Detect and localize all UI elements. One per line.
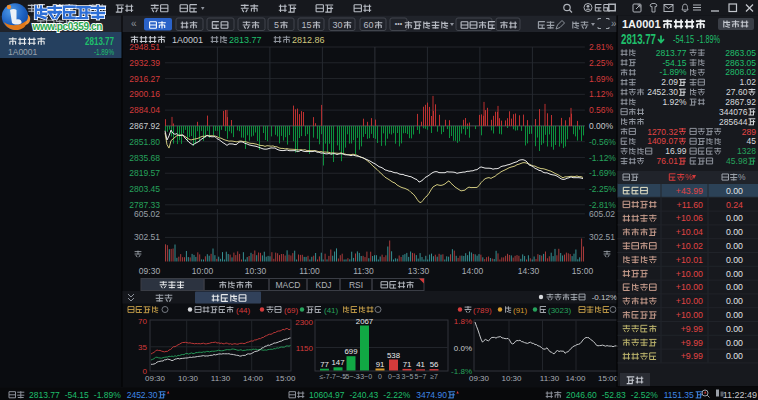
svg-text:+9.99: +9.99 — [681, 351, 703, 361]
svg-text:0.24: 0.24 — [726, 200, 743, 210]
svg-text:60: 60 — [364, 20, 374, 30]
svg-text:2803.45: 2803.45 — [129, 184, 160, 194]
svg-text:2948.51: 2948.51 — [129, 42, 160, 52]
svg-text:14:00: 14:00 — [565, 374, 586, 383]
svg-text:91: 91 — [376, 360, 385, 369]
svg-text:+10.02: +10.02 — [676, 241, 703, 251]
svg-text:RSI: RSI — [349, 280, 363, 290]
svg-text:KDJ: KDJ — [315, 280, 331, 290]
svg-text:09:30: 09:30 — [145, 374, 166, 383]
svg-text:+10.00: +10.00 — [676, 282, 703, 292]
svg-text:0.56%: 0.56% — [589, 105, 614, 115]
svg-text:11:30: 11:30 — [540, 374, 560, 383]
svg-text:77: 77 — [320, 360, 329, 369]
svg-text:2835.68: 2835.68 — [129, 153, 160, 163]
svg-text:2851.80: 2851.80 — [129, 137, 160, 147]
svg-text:-52.83: -52.83 — [602, 390, 626, 400]
svg-text:2812.86: 2812.86 — [292, 35, 325, 45]
svg-text:≥7: ≥7 — [430, 373, 438, 380]
svg-text:(91): (91) — [513, 306, 528, 315]
svg-text:2813.77: 2813.77 — [229, 35, 262, 45]
svg-text:15:00: 15:00 — [598, 374, 619, 383]
svg-text:+10.04: +10.04 — [676, 227, 703, 237]
svg-text:0: 0 — [378, 373, 382, 380]
svg-text:1.12%: 1.12% — [589, 89, 614, 99]
svg-text:-1.89%: -1.89% — [94, 390, 121, 400]
svg-text:1270.32: 1270.32 — [647, 127, 678, 137]
svg-text:1150: 1150 — [296, 344, 314, 353]
svg-text:45: 45 — [747, 136, 757, 146]
svg-text:0.00: 0.00 — [726, 269, 743, 279]
svg-text:-1.89%: -1.89% — [660, 67, 687, 77]
svg-text:+10.00: +10.00 — [676, 296, 703, 306]
svg-text:2.81%: 2.81% — [589, 42, 614, 52]
svg-text:-54.15: -54.15 — [65, 390, 89, 400]
svg-text:«: « — [131, 18, 137, 29]
svg-text:2819.57: 2819.57 — [129, 168, 160, 178]
svg-text:2067: 2067 — [356, 317, 373, 326]
svg-text:2.09: 2.09 — [661, 77, 678, 87]
svg-text:0.00: 0.00 — [726, 227, 743, 237]
svg-text:15:00: 15:00 — [572, 266, 594, 276]
svg-text:45.98: 45.98 — [726, 156, 748, 166]
svg-text:+10.00: +10.00 — [676, 269, 703, 279]
svg-text:5: 5 — [274, 20, 279, 30]
svg-text:71: 71 — [403, 360, 412, 369]
svg-text:%: % — [738, 172, 746, 182]
svg-text:15:00: 15:00 — [275, 374, 296, 383]
svg-text:2813.77: 2813.77 — [621, 31, 656, 47]
svg-text:2813.77: 2813.77 — [656, 48, 687, 58]
svg-text:76.01: 76.01 — [657, 156, 679, 166]
svg-text:10:30: 10:30 — [245, 266, 267, 276]
svg-text:2863.05: 2863.05 — [725, 58, 756, 68]
svg-text:1.69%: 1.69% — [589, 74, 614, 84]
svg-text:0~3: 0~3 — [388, 373, 400, 380]
svg-text:1A0001: 1A0001 — [622, 18, 661, 30]
svg-text:+10.00: +10.00 — [676, 310, 703, 320]
svg-text:-0.56%: -0.56% — [589, 137, 616, 147]
svg-text:www.pc0359.cn: www.pc0359.cn — [32, 21, 103, 32]
svg-text:289: 289 — [742, 127, 756, 137]
svg-text:0.00: 0.00 — [726, 186, 743, 196]
svg-text:-0.12%: -0.12% — [592, 293, 617, 302]
svg-text:•••: ••• — [395, 20, 403, 27]
svg-text:302.51: 302.51 — [589, 232, 615, 242]
svg-text:302.51: 302.51 — [134, 232, 160, 242]
svg-text:605.02: 605.02 — [589, 209, 615, 219]
svg-text:-1.89%: -1.89% — [697, 33, 720, 45]
svg-text:2813.77: 2813.77 — [29, 390, 60, 400]
svg-text:2900.16: 2900.16 — [129, 89, 160, 99]
svg-text:1.02: 1.02 — [739, 77, 756, 87]
svg-text:147: 147 — [331, 358, 344, 367]
svg-text:(3023): (3023) — [548, 306, 571, 315]
svg-text:+11.60: +11.60 — [677, 200, 704, 210]
svg-text:+10.06: +10.06 — [676, 213, 703, 223]
svg-text:1328: 1328 — [737, 146, 756, 156]
svg-text:344076: 344076 — [719, 107, 748, 117]
svg-text:14:30: 14:30 — [518, 266, 540, 276]
svg-text:09:30: 09:30 — [469, 374, 490, 383]
svg-text:2916.27: 2916.27 — [129, 74, 160, 84]
svg-text:0.00: 0.00 — [726, 324, 743, 334]
svg-text:(789): (789) — [473, 306, 492, 315]
svg-text:0.00%: 0.00% — [589, 121, 614, 131]
svg-text:1409.07: 1409.07 — [647, 136, 678, 146]
svg-text:0.00: 0.00 — [726, 282, 743, 292]
svg-text:-2.22%: -2.22% — [383, 390, 410, 400]
svg-text:605.02: 605.02 — [134, 209, 160, 219]
svg-text:1.92%: 1.92% — [662, 97, 687, 107]
svg-text:10:30: 10:30 — [178, 374, 199, 383]
svg-text:16.99: 16.99 — [665, 146, 687, 156]
svg-text:11:30: 11:30 — [353, 266, 374, 276]
svg-text:11:00: 11:00 — [299, 266, 320, 276]
svg-text:15: 15 — [302, 20, 312, 30]
svg-text:+9.99: +9.99 — [681, 338, 703, 348]
svg-text:0.00: 0.00 — [726, 310, 743, 320]
svg-text:70: 70 — [138, 317, 147, 326]
svg-text:35: 35 — [138, 343, 147, 352]
svg-text:27.60: 27.60 — [726, 87, 748, 97]
svg-text:%: % — [685, 172, 693, 182]
svg-text:2452.30: 2452.30 — [127, 390, 158, 400]
svg-text:30: 30 — [333, 20, 343, 30]
svg-text:1.8%: 1.8% — [454, 317, 472, 326]
